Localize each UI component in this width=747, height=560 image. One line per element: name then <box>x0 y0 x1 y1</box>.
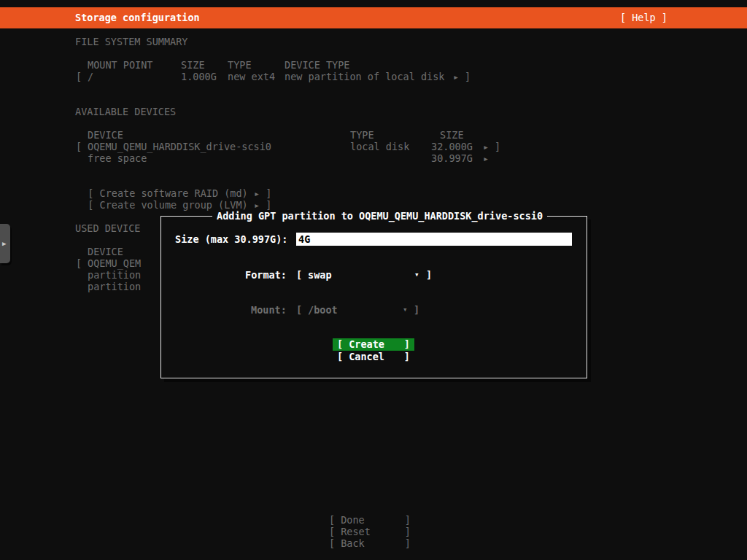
format-value: swap <box>308 269 332 281</box>
cancel-button-label: Cancel <box>349 351 384 363</box>
used-device-name: OQEMU_QEM <box>88 257 141 269</box>
bracket-close: ] <box>266 199 271 211</box>
bracket-open: [ <box>76 141 82 152</box>
mount-label: Mount: <box>251 304 287 316</box>
available-devices-heading: AVAILABLE DEVICES <box>75 106 176 117</box>
submenu-arrow-icon: ▸ <box>453 71 459 82</box>
bracket-close: ] <box>465 71 471 82</box>
create-button-label: Create <box>349 338 384 351</box>
bracket-open: [ <box>337 351 343 363</box>
dialog-title: Adding GPT partition to OQEMU_QEMU_HARDD… <box>212 210 547 222</box>
column-header-size: SIZE <box>181 59 205 71</box>
title-bar: Storage configuration [ Help ] <box>0 7 747 28</box>
bracket-close: ] <box>404 338 410 351</box>
bracket-open: [ <box>76 257 82 269</box>
create-volume-group-button[interactable]: [ Create volume group (LVM) ▸ ] <box>76 187 271 199</box>
column-header-device: DEVICE <box>88 246 123 257</box>
bracket-open: [ <box>329 514 335 526</box>
partition-row[interactable]: partition <box>88 269 141 281</box>
bracket-close: ] <box>405 537 411 549</box>
free-space-label: free space <box>88 152 147 164</box>
column-header-mount-point: MOUNT POINT <box>88 59 152 71</box>
create-software-raid-button[interactable]: [ Create software RAID (md) ▸ ] <box>76 176 271 187</box>
free-space-size: 30.997G <box>431 152 473 164</box>
bracket-close: ] <box>495 141 500 152</box>
create-lvm-label: Create volume group (LVM) <box>100 199 248 211</box>
size-input[interactable] <box>296 233 572 246</box>
column-header-type: TYPE <box>350 129 374 141</box>
fs-row-size: 1.000G <box>181 71 217 82</box>
device-name: OQEMU_QEMU_HARDDISK_drive-scsi0 <box>88 141 271 152</box>
page-title: Storage configuration <box>75 7 200 28</box>
reset-button-label: Reset <box>341 526 371 537</box>
submenu-arrow-icon: ▸ <box>254 199 260 211</box>
bracket-close: ] <box>414 304 419 316</box>
done-button[interactable]: [ Done ] <box>328 514 412 526</box>
add-gpt-partition-dialog: Adding GPT partition to OQEMU_QEMU_HARDD… <box>160 216 587 378</box>
fs-row-mount-point: / <box>88 71 93 82</box>
device-size: 32.000G <box>431 141 473 152</box>
back-button-label: Back <box>341 537 365 549</box>
fs-row-type: new ext4 <box>228 71 275 82</box>
bracket-open: [ <box>337 338 343 351</box>
column-header-size: SIZE <box>440 129 464 141</box>
bracket-open: [ <box>296 269 302 281</box>
column-header-device: DEVICE <box>88 129 123 141</box>
bracket-close: ] <box>405 514 411 526</box>
fs-row-device-type: new partition of local disk <box>285 71 444 82</box>
cancel-button[interactable]: [ Cancel ] <box>333 351 414 363</box>
storage-configuration-screen: { "titlebar": { "title": "Storage config… <box>0 0 747 560</box>
column-header-type: TYPE <box>228 59 252 71</box>
bracket-open: [ <box>76 71 82 82</box>
bracket-open: [ <box>329 526 335 537</box>
bracket-open: [ <box>329 537 335 549</box>
bracket-open: [ <box>296 304 302 316</box>
device-type: local disk <box>350 141 409 152</box>
help-button[interactable]: [ Help ] <box>620 7 667 28</box>
column-header-device-type: DEVICE TYPE <box>285 59 349 71</box>
bracket-close: ] <box>405 526 411 537</box>
bracket-close: ] <box>404 351 410 363</box>
dropdown-arrow-icon: ▾ <box>414 269 419 281</box>
submenu-arrow-icon: ▸ <box>483 152 489 164</box>
dropdown-arrow-icon: ▾ <box>403 304 408 316</box>
used-device-heading: USED DEVICE <box>75 222 140 234</box>
reset-button[interactable]: [ Reset ] <box>328 526 412 537</box>
create-button[interactable]: [ Create ] <box>333 338 414 351</box>
mount-value: /boot <box>308 304 338 316</box>
partition-row[interactable]: partition <box>88 281 141 292</box>
submenu-arrow-icon: ▸ <box>483 141 489 152</box>
size-label: Size (max 30.997G): <box>175 233 287 245</box>
file-system-summary-heading: FILE SYSTEM SUMMARY <box>75 36 187 47</box>
tab-arrow-icon: ▶ <box>2 241 6 247</box>
bracket-close: ] <box>426 269 432 281</box>
sidebar-expand-tab[interactable]: ▶ <box>0 224 10 263</box>
back-button[interactable]: [ Back ] <box>328 537 412 549</box>
format-label: Format: <box>245 269 287 281</box>
done-button-label: Done <box>341 514 365 526</box>
